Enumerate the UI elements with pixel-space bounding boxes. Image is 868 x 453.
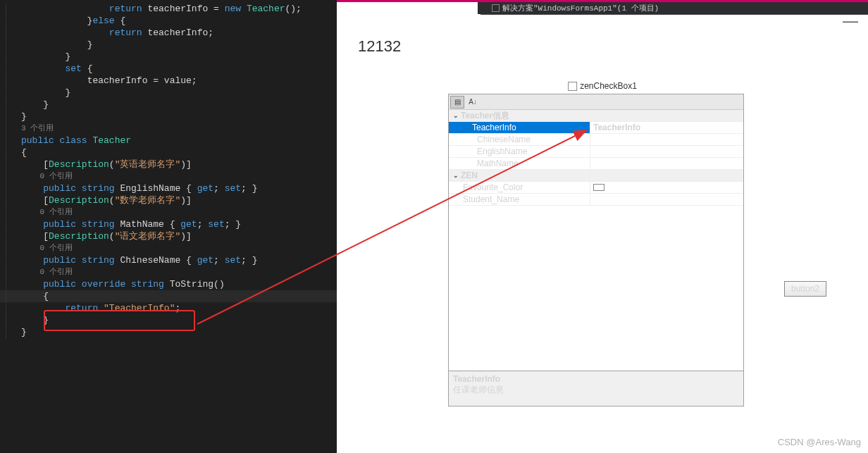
property-row[interactable]: Favourite_Color — [449, 182, 743, 194]
property-row[interactable]: EnglishName — [449, 146, 743, 158]
reference-count[interactable]: 3 个引用 — [0, 123, 337, 135]
category-row[interactable]: ⌄Teacher信息 — [449, 110, 743, 122]
code-line[interactable]: } — [0, 326, 337, 338]
reference-count[interactable]: 0 个引用 — [0, 170, 337, 182]
property-grid-body[interactable]: ⌄Teacher信息 ⌄TeacherInfo TeacherInfo Chin… — [449, 110, 743, 371]
code-line[interactable]: { — [0, 147, 337, 159]
code-line[interactable]: } — [0, 51, 337, 63]
form-title: 12132 — [358, 37, 401, 56]
code-line[interactable]: { — [0, 290, 337, 302]
property-grid[interactable]: ▤ A↓ ⌄Teacher信息 ⌄TeacherInfo TeacherInfo… — [448, 94, 744, 407]
watermark: CSDN @Ares-Wang — [778, 437, 861, 447]
code-line[interactable]: [Description("语文老师名字")] — [0, 230, 337, 242]
code-line[interactable]: return teacherInfo = new Teacher(); — [0, 3, 337, 15]
reference-count[interactable]: 0 个引用 — [0, 206, 337, 218]
solution-node[interactable]: 解决方案"WindowsFormsApp1"(1 个项目) — [478, 2, 868, 14]
button2[interactable]: button2 — [784, 281, 826, 297]
code-line[interactable]: }else { — [0, 15, 337, 27]
checkbox-icon[interactable] — [568, 82, 577, 91]
property-grid-toolbar: ▤ A↓ — [449, 94, 743, 110]
reference-count[interactable]: 0 个引用 — [0, 242, 337, 254]
minimize-icon[interactable]: — — [843, 12, 858, 30]
code-line[interactable]: teacherInfo = value; — [0, 75, 337, 87]
reference-count[interactable]: 0 个引用 — [0, 266, 337, 278]
chevron-down-icon[interactable]: ⌄ — [452, 172, 459, 180]
description-text: 任课老师信息 — [453, 384, 739, 396]
code-editor[interactable]: return teacherInfo = new Teacher(); }els… — [0, 0, 337, 453]
category-row[interactable]: ⌄ZEN — [449, 170, 743, 182]
checkbox-label: zenCheckBox1 — [580, 81, 637, 91]
code-line[interactable]: } — [0, 39, 337, 51]
code-line[interactable]: } — [0, 314, 337, 326]
code-line[interactable]: } — [0, 87, 337, 99]
property-description: TeacherInfo 任课老师信息 — [449, 371, 743, 406]
property-row[interactable]: Student_Name — [449, 194, 743, 206]
property-row[interactable]: ChineseName — [449, 134, 743, 146]
code-line[interactable]: [Description("数学老师名字")] — [0, 194, 337, 206]
chevron-down-icon[interactable]: ⌄ — [452, 112, 459, 120]
code-line[interactable]: } — [0, 111, 337, 123]
code-line[interactable]: } — [0, 99, 337, 111]
code-line[interactable]: return teacherInfo; — [0, 27, 337, 39]
code-line[interactable]: public string MathName { get; set; } — [0, 218, 337, 230]
code-line[interactable]: set { — [0, 63, 337, 75]
solution-icon — [492, 4, 500, 12]
code-line[interactable]: return "TeacherInfo"; — [0, 302, 337, 314]
code-line[interactable]: public override string ToString() — [0, 278, 337, 290]
property-row[interactable]: MathName — [449, 158, 743, 170]
alphabetical-view-icon[interactable]: A↓ — [466, 96, 480, 108]
form-designer[interactable]: 搜索解决方案资源管理器(Ctrl+;) 解决方案"WindowsFormsApp… — [337, 0, 868, 453]
code-line[interactable]: [Description("英语老师名字")] — [0, 159, 337, 170]
code-line[interactable]: public string EnglishName { get; set; } — [0, 182, 337, 194]
color-swatch-icon[interactable] — [593, 184, 604, 191]
description-title: TeacherInfo — [453, 374, 739, 384]
code-line[interactable]: public class Teacher — [0, 135, 337, 147]
code-line[interactable]: public string ChineseName { get; set; } — [0, 254, 337, 266]
property-row-teacherinfo[interactable]: ⌄TeacherInfo TeacherInfo — [449, 122, 743, 134]
zen-checkbox[interactable]: zenCheckBox1 — [568, 81, 637, 91]
categorized-view-icon[interactable]: ▤ — [450, 96, 464, 108]
chevron-down-icon[interactable]: ⌄ — [463, 124, 471, 132]
